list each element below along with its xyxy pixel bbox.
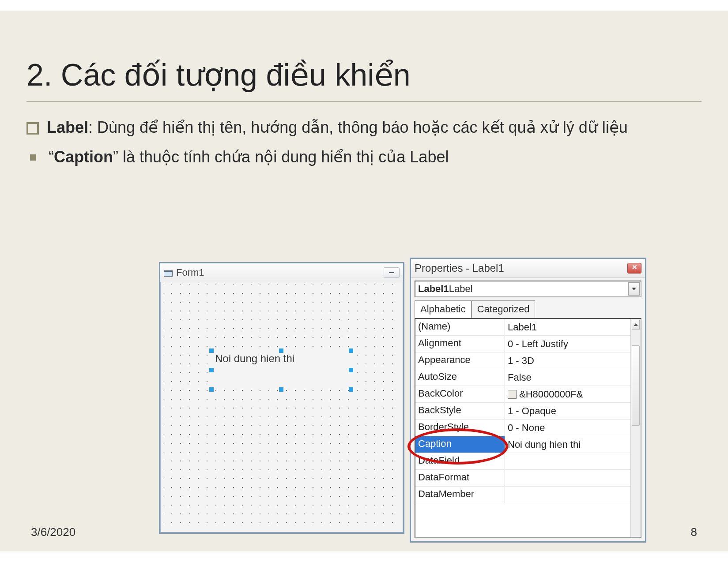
property-name: Appearance — [415, 352, 505, 369]
color-swatch-icon — [508, 390, 517, 399]
property-value-text: 1 - 3D — [508, 355, 534, 367]
property-value-text: 1 - Opaque — [508, 405, 556, 417]
form-body[interactable]: Noi dung hien thi — [163, 285, 400, 530]
property-value[interactable]: Noi dung hien thi — [505, 436, 630, 453]
property-row[interactable]: DataMember — [415, 487, 630, 503]
minimize-button[interactable] — [384, 267, 400, 278]
slide-title: 2. Các đối tượng điều khiển — [26, 57, 702, 93]
bullet-text: “Caption” là thuộc tính chứa nội dung hi… — [49, 146, 702, 168]
dropdown-arrow-icon[interactable] — [628, 282, 640, 296]
resize-handle-icon[interactable] — [209, 368, 214, 372]
form-icon — [164, 269, 173, 276]
resize-handle-icon[interactable] — [209, 387, 214, 392]
property-value-text: False — [508, 372, 532, 383]
screenshot-area: Form1 Noi dung hien thi — [159, 258, 649, 540]
property-value-text: Noi dung hien thi — [508, 439, 581, 450]
resize-handle-icon[interactable] — [349, 387, 353, 392]
object-type: Label — [449, 283, 473, 295]
bullet-bold: Label — [47, 118, 88, 136]
slide: 2. Các đối tượng điều khiển Label: Dùng … — [0, 11, 728, 551]
design-grid — [163, 285, 400, 530]
property-row[interactable]: BackStyle1 - Opaque — [415, 403, 630, 420]
resize-handle-icon[interactable] — [349, 368, 353, 372]
property-name: DataMember — [415, 487, 505, 503]
object-selector[interactable]: Label1 Label — [415, 281, 641, 297]
bullet-list: Label: Dùng để hiển thị tên, hướng dẫn, … — [26, 117, 702, 168]
property-name: (Name) — [415, 319, 505, 336]
scroll-up-button[interactable] — [632, 320, 640, 330]
form-title: Form1 — [176, 267, 380, 278]
property-value-text: 0 - Left Justify — [508, 338, 568, 350]
property-value[interactable]: Label1 — [505, 319, 630, 336]
property-value[interactable] — [505, 453, 630, 470]
scroll-thumb[interactable] — [632, 345, 640, 426]
footer-page: 8 — [691, 525, 697, 539]
quote-open: “ — [49, 148, 54, 166]
bullet-text: Label: Dùng để hiển thị tên, hướng dẫn, … — [47, 117, 702, 139]
property-value[interactable]: 0 - Left Justify — [505, 336, 630, 352]
property-row[interactable]: CaptionNoi dung hien thi — [415, 436, 630, 453]
close-button[interactable]: ✕ — [627, 263, 641, 274]
label-content-text: Noi dung hien thi — [215, 352, 294, 365]
form-titlebar[interactable]: Form1 — [160, 263, 403, 282]
properties-window: Properties - Label1 ✕ Label1 Label Alpha… — [410, 258, 646, 543]
property-value-text: 0 - None — [508, 422, 545, 434]
tab-alphabetic[interactable]: Alphabetic — [415, 300, 472, 318]
grid-rows: (Name)Label1Alignment0 - Left JustifyApp… — [415, 319, 630, 537]
resize-handle-icon[interactable] — [349, 348, 353, 353]
label-control[interactable]: Noi dung hien thi — [211, 351, 351, 390]
bullet-rest: : Dùng để hiển thị tên, hướng dẫn, thông… — [88, 118, 628, 136]
bullet-item: Label: Dùng để hiển thị tên, hướng dẫn, … — [26, 117, 702, 139]
resize-handle-icon[interactable] — [279, 348, 283, 353]
bullet-hollow-icon — [26, 122, 39, 135]
resize-handle-icon[interactable] — [209, 348, 214, 353]
property-value[interactable]: 0 - None — [505, 420, 630, 436]
property-value[interactable] — [505, 470, 630, 487]
properties-titlebar[interactable]: Properties - Label1 ✕ — [411, 259, 645, 278]
property-value-text: Label1 — [508, 322, 537, 333]
footer-date: 3/6/2020 — [31, 525, 75, 539]
property-name: Caption — [415, 436, 505, 453]
bullet-rest: ” là thuộc tính chứa nội dung hiển thị c… — [113, 148, 449, 166]
property-value-text: &H8000000F& — [519, 389, 583, 400]
properties-title: Properties - Label1 — [415, 262, 624, 274]
property-row[interactable]: AutoSizeFalse — [415, 369, 630, 386]
property-name: BackColor — [415, 386, 505, 403]
tab-categorized[interactable]: Categorized — [472, 300, 536, 318]
property-name: BorderStyle — [415, 420, 505, 436]
bullet-filled-icon — [30, 154, 36, 161]
resize-handle-icon[interactable] — [279, 387, 283, 392]
property-row[interactable]: BackColor&H8000000F& — [415, 386, 630, 403]
object-name: Label1 — [418, 283, 449, 295]
property-name: Alignment — [415, 336, 505, 352]
properties-grid: (Name)Label1Alignment0 - Left JustifyApp… — [415, 318, 641, 538]
property-value[interactable]: False — [505, 369, 630, 386]
form-window: Form1 Noi dung hien thi — [159, 262, 404, 534]
bullet-bold: Caption — [54, 148, 113, 166]
property-row[interactable]: Alignment0 - Left Justify — [415, 336, 630, 352]
property-value[interactable]: 1 - Opaque — [505, 403, 630, 420]
title-separator — [26, 101, 702, 102]
property-row[interactable]: BorderStyle0 - None — [415, 420, 630, 436]
property-name: BackStyle — [415, 403, 505, 420]
property-name: DataField — [415, 453, 505, 470]
property-row[interactable]: DataField — [415, 453, 630, 470]
property-row[interactable]: Appearance1 - 3D — [415, 352, 630, 369]
scrollbar[interactable] — [630, 319, 641, 537]
bullet-item: “Caption” là thuộc tính chứa nội dung hi… — [26, 146, 702, 168]
property-value[interactable] — [505, 487, 630, 503]
property-value[interactable]: &H8000000F& — [505, 386, 630, 403]
tabs: Alphabetic Categorized — [411, 300, 645, 317]
property-value[interactable]: 1 - 3D — [505, 352, 630, 369]
property-name: AutoSize — [415, 369, 505, 386]
property-name: DataFormat — [415, 470, 505, 487]
property-row[interactable]: DataFormat — [415, 470, 630, 487]
property-row[interactable]: (Name)Label1 — [415, 319, 630, 336]
